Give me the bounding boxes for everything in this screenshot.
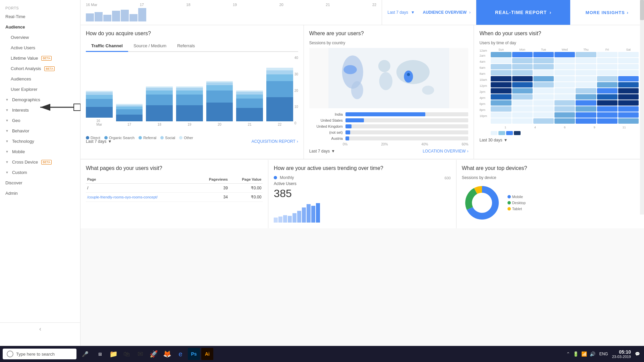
legend-dot-organic	[104, 136, 108, 139]
ai-icon[interactable]: Ai	[201, 348, 213, 360]
acquisition-report-link[interactable]: ACQUISITION REPORT ›	[252, 139, 298, 144]
scrollbar-thumb[interactable]	[640, 0, 644, 20]
date-labels: 16 Mar 17 18 19 20 21 22	[86, 3, 376, 7]
audience-overview-control[interactable]: Last 7 days ▼ AUDIENCE OVERVIEW ›	[382, 0, 476, 25]
heatmap-cell	[618, 58, 639, 63]
when-section: When do your users visit? Users by time …	[474, 25, 644, 159]
bar-direct	[266, 97, 293, 121]
country-name-austria: Austria	[309, 136, 343, 140]
sidebar-item-lifetime-value[interactable]: Lifetime Value BETA	[0, 53, 80, 63]
heatmap-row	[491, 100, 639, 106]
when-title: When do your users visit?	[479, 31, 639, 37]
country-bar-bg-austria	[345, 136, 469, 140]
heatmap-row	[491, 112, 639, 118]
bar-organic	[236, 99, 263, 108]
sidebar-item-audiences[interactable]: Audiences	[0, 74, 80, 84]
sidebar-item-geo[interactable]: ▼ Geo	[0, 115, 80, 126]
sidebar-item-user-explorer[interactable]: User Explorer	[0, 84, 80, 95]
location-overview-link[interactable]: LOCATION OVERVIEW ›	[423, 149, 468, 154]
file-explorer-icon[interactable]: 📁	[107, 348, 119, 360]
heatmap-cell	[533, 82, 554, 87]
country-name-notset: (not set)	[309, 130, 343, 134]
heatmap-cell	[491, 112, 511, 118]
sidebar-item-realtime[interactable]: Real-Time	[0, 11, 80, 22]
sidebar-item-cross-device[interactable]: ▼ Cross Device BETA	[0, 157, 80, 167]
ps-icon[interactable]: Ps	[188, 348, 200, 360]
sidebar-collapse-button[interactable]: ‹	[0, 322, 80, 335]
page-url-2[interactable]: /couple-friendly-rooms-oyo-rooms-concept…	[86, 193, 197, 202]
scrollbar-track[interactable]	[640, 0, 644, 215]
stacked-bar-16[interactable]	[86, 91, 113, 118]
acquire-date-selector[interactable]: Last 7 days ▼	[86, 139, 112, 144]
page-url-1[interactable]: /	[86, 184, 197, 193]
rocket-icon[interactable]: 🚀	[148, 348, 160, 360]
active-users-trending-title: How are your active users trending over …	[274, 165, 450, 171]
bar-direct	[236, 108, 263, 121]
heatmap-cell	[533, 76, 554, 81]
country-bar-fill-uk	[345, 124, 352, 128]
chart-legend: Direct Organic Search Referral Social	[86, 136, 298, 140]
sidebar-item-discover[interactable]: Discover	[0, 178, 80, 188]
sidebar: PORTS Real-Time Audience Overview Active…	[0, 0, 80, 362]
when-date-selector[interactable]: Last 30 days ▼	[479, 138, 507, 142]
search-placeholder[interactable]: Type here to search	[16, 352, 55, 357]
sidebar-item-audience[interactable]: Audience	[0, 22, 80, 32]
firefox-icon[interactable]: 🦊	[161, 348, 173, 360]
taskview-icon[interactable]: ⊞	[94, 348, 106, 360]
day-sun: Sun	[491, 48, 511, 51]
expand-icon[interactable]: ⌃	[566, 351, 570, 357]
bar-organic	[116, 109, 143, 115]
dropdown-icon: ▼	[503, 138, 507, 142]
stacked-bar-21[interactable]	[236, 90, 263, 121]
sidebar-item-cohort-analysis[interactable]: Cohort Analysis BETA	[0, 63, 80, 74]
stacked-bar-17[interactable]	[116, 104, 143, 121]
where-date-selector[interactable]: Last 7 days ▼	[309, 149, 335, 154]
realtime-report-button[interactable]: REAL-TIME REPORT ›	[476, 0, 570, 25]
stacked-bar-18[interactable]	[146, 86, 173, 121]
bar-social	[176, 88, 203, 90]
heatmap-cell	[491, 52, 511, 57]
sidebar-item-overview[interactable]: Overview	[0, 32, 80, 43]
audience-overview-link[interactable]: AUDIENCE OVERVIEW	[423, 10, 467, 15]
col-page: Page	[86, 175, 197, 184]
mini-bar-3	[103, 15, 111, 21]
bar-other	[266, 68, 293, 70]
collapse-icon-behavior: ▼	[5, 129, 9, 133]
active-users-trending-section: How are your active users trending over …	[268, 160, 456, 228]
sidebar-item-admin[interactable]: Admin	[0, 188, 80, 198]
tab-traffic-channel[interactable]: Traffic Channel	[86, 41, 128, 52]
sidebar-item-active-users[interactable]: Active Users	[0, 43, 80, 53]
taskbar-search-box[interactable]: Type here to search	[3, 349, 76, 359]
svg-point-8	[396, 60, 430, 84]
legend-label-direct: Direct	[91, 136, 100, 140]
sidebar-item-label: Cross Device	[12, 160, 38, 165]
trend-bar	[316, 203, 320, 223]
sidebar-item-custom[interactable]: ▼ Custom	[0, 167, 80, 178]
notification-icon[interactable]: 💬	[635, 352, 640, 356]
date-selector-label[interactable]: Last 7 days	[387, 10, 408, 15]
tab-source-medium[interactable]: Source / Medium	[128, 41, 172, 52]
sidebar-item-label: Admin	[5, 191, 18, 196]
heatmap-row	[491, 70, 639, 75]
edge-icon[interactable]: e	[174, 348, 186, 360]
sidebar-item-behavior[interactable]: ▼ Behavior	[0, 126, 80, 136]
world-map-svg	[309, 48, 469, 108]
tab-referrals[interactable]: Referrals	[172, 41, 200, 52]
sidebar-item-mobile[interactable]: ▼ Mobile	[0, 146, 80, 157]
stacked-bar-22[interactable]	[266, 68, 293, 121]
sidebar-item-technology[interactable]: ▼ Technology	[0, 136, 80, 146]
stacked-bar-20[interactable]	[206, 81, 233, 121]
heatmap-cell	[512, 100, 533, 106]
heatmap-cell	[554, 100, 575, 106]
microphone-icon[interactable]: 🎤	[82, 351, 89, 357]
store-icon[interactable]: 🛍	[121, 348, 133, 360]
pct-20: 20%	[381, 142, 388, 146]
legend-mid	[498, 131, 505, 135]
heatmap-rows	[491, 52, 639, 124]
volume-icon[interactable]: 🔊	[590, 351, 595, 357]
day-thu: Thu	[576, 48, 596, 51]
more-insights-button[interactable]: MORE INSIGHTS ›	[570, 0, 644, 25]
mail-icon[interactable]: ✉	[134, 348, 146, 360]
country-row-austria: Austria	[309, 136, 469, 140]
stacked-bar-19[interactable]	[176, 86, 203, 121]
